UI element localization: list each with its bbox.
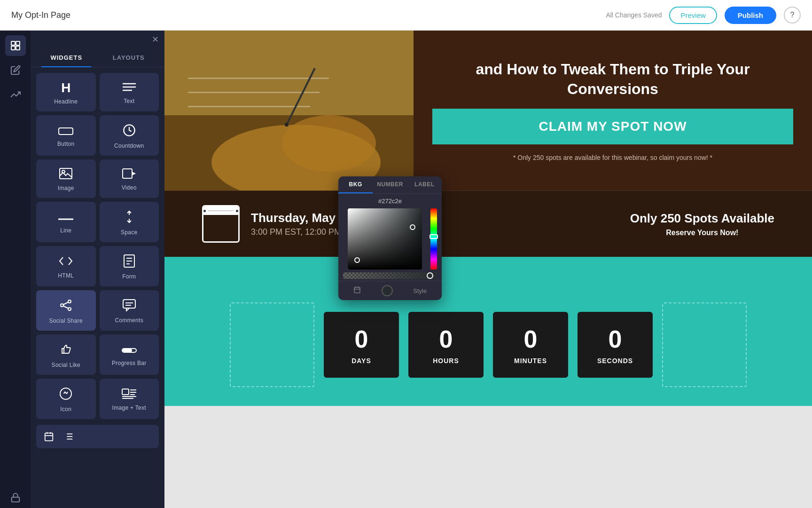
widget-image-text[interactable]: Image + Text — [100, 379, 159, 419]
widget-html[interactable]: HTML — [36, 246, 96, 286]
widget-countdown[interactable]: Countdown — [100, 115, 159, 156]
countdown-hours-label: HOURS — [433, 357, 459, 365]
widget-video[interactable]: Video — [100, 159, 159, 198]
cp-tab-label[interactable]: LABEL — [407, 176, 442, 193]
svg-rect-30 — [123, 349, 132, 352]
color-picker-hex[interactable]: #272c2e — [338, 194, 442, 208]
widget-space[interactable]: Space — [100, 202, 159, 242]
date-right: Only 250 Spots Available Reserve Yours N… — [630, 211, 774, 237]
hero-section: and How to Tweak Them to Triple Your Con… — [164, 31, 812, 190]
date-section: Thursday, May 3:00 PM EST, 12:00 PM Only… — [164, 190, 812, 257]
widget-image[interactable]: Image — [36, 159, 96, 198]
widget-comments[interactable]: Comments — [100, 290, 159, 331]
hero-cta-button[interactable]: CLAIM MY SPOT NOW — [432, 109, 793, 144]
widgets-grid: H Headline Text — [31, 67, 164, 425]
svg-rect-53 — [188, 92, 320, 93]
countdown-row: 0 DAYS 0 HOURS 0 MINUTES 0 — [174, 302, 803, 397]
countdown-seconds-label: SECONDS — [597, 357, 633, 365]
widget-form-label: Form — [122, 273, 136, 280]
svg-rect-26 — [123, 300, 135, 308]
hero-headline: and How to Tweak Them to Triple Your Con… — [432, 60, 793, 99]
alpha-handle — [427, 272, 433, 279]
hue-bar[interactable] — [430, 208, 437, 270]
tab-widgets[interactable]: WIDGETS — [35, 48, 98, 67]
widget-image-label: Image — [58, 185, 74, 191]
countdown-days-value: 0 — [355, 325, 368, 353]
main-layout: ✕ WIDGETS LAYOUTS H Headline — [0, 31, 812, 508]
extra-widget-icon — [44, 431, 54, 442]
cp-style-button[interactable]: Style — [413, 287, 427, 294]
countdown-hours: 0 HOURS — [408, 312, 484, 378]
svg-marker-13 — [132, 172, 136, 175]
alpha-bar-container — [343, 272, 437, 279]
date-text: Thursday, May 3:00 PM EST, 12:00 PM — [251, 211, 341, 237]
image-text-icon — [122, 389, 137, 401]
sidebar-icon-bottom[interactable] — [5, 487, 26, 508]
svg-rect-54 — [188, 106, 310, 107]
widget-text-label: Text — [124, 98, 134, 104]
svg-point-51 — [282, 115, 376, 172]
widget-button[interactable]: Button — [36, 115, 96, 156]
widget-progress-bar-label: Progress Bar — [112, 360, 147, 366]
svg-rect-1 — [16, 41, 20, 45]
cal-header — [203, 206, 238, 215]
cp-tab-bkg[interactable]: BKG — [338, 176, 373, 193]
svg-rect-38 — [45, 433, 53, 441]
sidebar-icon-edit[interactable] — [5, 60, 26, 80]
text-icon — [123, 82, 136, 94]
color-picker-area — [343, 208, 437, 270]
widget-line[interactable]: Line — [36, 202, 96, 242]
widget-image-text-label: Image + Text — [112, 405, 146, 411]
sidebar-icon-widgets[interactable] — [5, 35, 26, 56]
svg-point-56 — [285, 123, 289, 127]
svg-rect-4 — [11, 497, 19, 502]
widget-video-label: Video — [122, 184, 137, 191]
widget-headline[interactable]: H Headline — [36, 73, 96, 111]
hero-image — [164, 31, 414, 190]
preview-button[interactable]: Preview — [669, 7, 717, 24]
countdown-minutes-value: 0 — [524, 325, 538, 353]
widget-form[interactable]: Form — [100, 246, 159, 286]
countdown-icon — [123, 124, 136, 139]
hero-sub-text: * Only 250 spots are available for this … — [513, 154, 712, 161]
sidebar-icon-rail — [0, 31, 31, 508]
social-share-icon — [59, 299, 72, 314]
color-gradient-area[interactable] — [348, 208, 422, 270]
space-icon — [124, 210, 135, 225]
alpha-gradient — [343, 272, 437, 279]
spots-sub: Reserve Yours Now! — [630, 229, 774, 237]
svg-rect-12 — [123, 169, 132, 178]
button-icon — [58, 126, 73, 137]
widget-social-like[interactable]: Social Like — [36, 334, 96, 375]
widget-progress-bar[interactable]: Progress Bar — [100, 334, 159, 375]
widget-social-share[interactable]: Social Share — [36, 290, 96, 331]
cp-calendar-icon[interactable] — [353, 286, 361, 295]
cp-tab-number[interactable]: NUMBER — [373, 176, 407, 193]
publish-button[interactable]: Publish — [725, 7, 776, 24]
cal-dot-1 — [203, 210, 206, 212]
sidebar-panel: ✕ WIDGETS LAYOUTS H Headline — [31, 31, 164, 508]
widget-extra[interactable] — [36, 425, 159, 448]
svg-point-23 — [68, 308, 71, 310]
page-title: My Opt-In Page — [11, 10, 606, 20]
spots-title: Only 250 Spots Available — [630, 211, 774, 226]
widget-icon[interactable]: Icon — [36, 379, 96, 419]
countdown-seconds-value: 0 — [609, 325, 622, 353]
widget-button-label: Button — [57, 141, 75, 147]
cp-color-preview[interactable] — [382, 285, 393, 296]
countdown-minutes: 0 MINUTES — [493, 312, 568, 378]
tab-layouts[interactable]: LAYOUTS — [98, 48, 160, 67]
canvas-area[interactable]: and How to Tweak Them to Triple Your Con… — [164, 31, 812, 508]
widget-countdown-label: Countdown — [114, 143, 144, 149]
alpha-wrapper — [343, 272, 437, 279]
help-button[interactable]: ? — [784, 7, 801, 24]
widget-html-label: HTML — [58, 272, 74, 279]
widget-headline-label: Headline — [54, 98, 78, 105]
widget-text[interactable]: Text — [100, 73, 159, 111]
date-left: Thursday, May 3:00 PM EST, 12:00 PM — [202, 205, 341, 243]
sidebar-close-button[interactable]: ✕ — [152, 34, 159, 45]
hero-image-svg — [164, 31, 414, 190]
widget-space-label: Space — [121, 229, 138, 236]
svg-rect-32 — [122, 389, 129, 395]
sidebar-icon-analytics[interactable] — [5, 84, 26, 105]
